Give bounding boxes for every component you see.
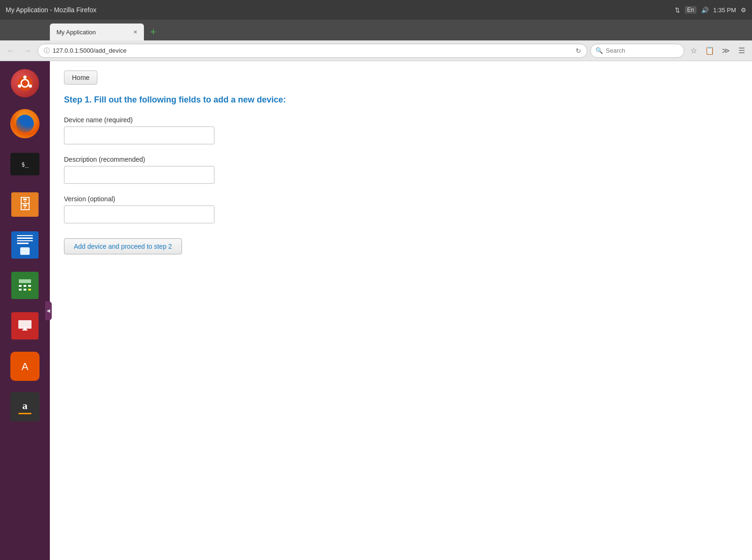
device-name-input[interactable]	[64, 126, 214, 144]
clock: 1:35 PM	[713, 7, 736, 14]
calc-icon	[11, 272, 39, 299]
volume-icon: 🔊	[701, 7, 709, 14]
tab-label: My Application	[56, 29, 96, 36]
svg-rect-6	[19, 279, 31, 283]
navbar: ← → ⓘ ↻ 🔍 ☆ 📋 ≫ ☰	[0, 40, 752, 61]
svg-rect-8	[24, 285, 26, 287]
bookmark-button[interactable]: ☆	[687, 44, 700, 57]
svg-point-4	[18, 85, 21, 88]
description-label: Description (recommended)	[64, 156, 738, 163]
search-icon: 🔍	[595, 47, 603, 54]
svg-rect-10	[19, 289, 22, 291]
description-group: Description (recommended)	[64, 156, 738, 184]
browser-tab[interactable]: My Application ×	[50, 24, 144, 40]
sidebar-item-amazon[interactable]: a	[6, 387, 44, 426]
new-tab-button[interactable]: +	[146, 24, 161, 39]
titlebar-controls: ⇅ En 🔊 1:35 PM ⚙	[675, 6, 746, 14]
sidebar-item-ubuntu[interactable]	[6, 64, 44, 103]
version-label: Version (optional)	[64, 195, 738, 203]
more-button[interactable]: ≫	[719, 44, 732, 57]
svg-rect-12	[28, 289, 31, 291]
firefox-icon	[10, 109, 40, 138]
refresh-button[interactable]: ↻	[576, 47, 581, 55]
search-bar[interactable]: 🔍	[590, 44, 684, 58]
svg-point-2	[24, 76, 27, 79]
terminal-icon: $_	[10, 153, 40, 175]
sidebar: $_ 🗄	[0, 61, 50, 560]
app-store-icon: A	[10, 352, 40, 381]
version-group: Version (optional)	[64, 195, 738, 223]
browser: My Application × + ← → ⓘ ↻ 🔍 ☆ 📋 ≫ ☰	[0, 20, 752, 560]
sidebar-item-app-store[interactable]: A	[6, 347, 44, 386]
device-name-label: Device name (required)	[64, 116, 738, 124]
svg-point-3	[29, 85, 32, 88]
url-info-icon: ⓘ	[44, 47, 50, 55]
version-input[interactable]	[64, 205, 214, 223]
content-area: Home Step 1. Fill out the following fiel…	[50, 61, 752, 560]
svg-rect-11	[24, 289, 26, 291]
tabbar: My Application × +	[0, 20, 752, 40]
back-button[interactable]: ←	[4, 44, 18, 58]
ubuntu-icon	[11, 69, 39, 97]
network-icon: ⇅	[675, 7, 680, 14]
tab-close-button[interactable]: ×	[134, 28, 137, 36]
svg-rect-7	[19, 285, 22, 287]
svg-text:A: A	[22, 361, 29, 372]
step-heading: Step 1. Fill out the following fields to…	[64, 95, 738, 105]
amazon-icon: a	[10, 392, 40, 421]
clipboard-button[interactable]: 📋	[703, 44, 716, 57]
writer-icon	[11, 231, 39, 259]
menu-button[interactable]: ☰	[735, 44, 748, 57]
sidebar-item-calc[interactable]	[6, 266, 44, 305]
sidebar-item-writer[interactable]	[6, 226, 44, 264]
sidebar-item-file-manager[interactable]: 🗄	[6, 185, 44, 224]
sidebar-item-impress[interactable]	[6, 307, 44, 345]
sidebar-item-firefox[interactable]	[6, 104, 44, 143]
sidebar-item-terminal[interactable]: $_	[6, 145, 44, 183]
svg-rect-9	[28, 285, 31, 287]
home-button[interactable]: Home	[64, 71, 97, 85]
main-area: $_ 🗄	[0, 61, 752, 560]
forward-button[interactable]: →	[21, 44, 35, 58]
description-input[interactable]	[64, 166, 214, 184]
settings-icon: ⚙	[741, 7, 746, 14]
lang-indicator: En	[685, 6, 697, 14]
submit-button[interactable]: Add device and proceed to step 2	[64, 238, 182, 254]
titlebar: My Application - Mozilla Firefox ⇅ En 🔊 …	[0, 0, 752, 20]
url-input[interactable]	[53, 47, 573, 54]
impress-icon	[11, 312, 39, 339]
device-name-group: Device name (required)	[64, 116, 738, 144]
sidebar-collapse-button[interactable]: ◀	[45, 301, 52, 320]
url-bar[interactable]: ⓘ ↻	[38, 44, 587, 58]
search-input[interactable]	[606, 47, 672, 54]
file-manager-icon: 🗄	[11, 192, 39, 217]
titlebar-title: My Application - Mozilla Firefox	[6, 6, 675, 14]
